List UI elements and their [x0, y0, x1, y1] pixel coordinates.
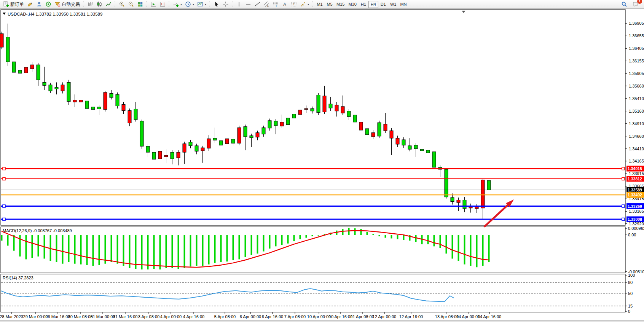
timeframe-button-m5[interactable]: M5: [325, 1, 335, 8]
toolbar-separator: [311, 1, 314, 8]
toolbar-separator: [114, 1, 116, 8]
zoom-in-icon: [119, 1, 125, 7]
toolbar-separator: [82, 1, 85, 8]
svg-text:12 Apr 00:00: 12 Apr 00:00: [373, 314, 396, 319]
svg-text:1.34015: 1.34015: [628, 166, 642, 171]
svg-text:31 Mar 00:00: 31 Mar 00:00: [91, 314, 115, 319]
line-handle[interactable]: [3, 167, 5, 170]
zoom-out-button[interactable]: [126, 0, 135, 8]
svg-text:1.34165: 1.34165: [629, 159, 644, 163]
horizontal-line-button[interactable]: [244, 0, 253, 8]
svg-text:1.35660: 1.35660: [629, 84, 644, 88]
svg-text:30 Mar 08:00: 30 Mar 08:00: [68, 314, 93, 319]
indicators-button[interactable]: ▾: [171, 0, 183, 8]
auto-scroll-button[interactable]: [149, 0, 158, 8]
label-button[interactable]: T: [289, 0, 298, 8]
arrows-icon: [300, 1, 306, 7]
timeframe-button-d1[interactable]: D1: [378, 1, 388, 8]
arrows-button[interactable]: ▾: [298, 0, 311, 8]
search-button[interactable]: [620, 0, 629, 8]
svg-text:4 Apr 00:00: 4 Apr 00:00: [160, 314, 182, 319]
line-handle[interactable]: [622, 218, 625, 221]
pencil-icon: [27, 1, 33, 7]
tile-windows-button[interactable]: [135, 0, 145, 8]
svg-text:E: E: [267, 5, 269, 7]
periodicity-icon: [185, 1, 191, 7]
channel-button[interactable]: E: [262, 0, 271, 8]
price-tag-1.33589: 1.33589: [626, 187, 644, 193]
zoom-out-icon: [128, 1, 134, 7]
line-handle[interactable]: [3, 205, 5, 207]
chart-title: USDCAD-,H4 1.33782 1.33950 1.33581 1.335…: [8, 12, 102, 16]
svg-text:1.36655: 1.36655: [629, 33, 644, 38]
label-icon: T: [291, 1, 297, 7]
macd-panel: [1, 227, 625, 273]
toolbar-separator: [168, 1, 171, 8]
line-handle[interactable]: [622, 167, 625, 170]
line-handle[interactable]: [622, 205, 625, 207]
timeframe-button-m1[interactable]: M1: [315, 1, 325, 8]
svg-text:29 Mar 16:00: 29 Mar 16:00: [46, 314, 70, 319]
vertical-line-button[interactable]: [234, 0, 244, 8]
chart-shift-icon: [159, 1, 166, 7]
crosshair-button[interactable]: [221, 0, 230, 8]
new-order-button[interactable]: 新订单: [2, 0, 26, 8]
time-axis: 28 Mar 202329 Mar 00:0029 Mar 16:0030 Ma…: [0, 312, 501, 319]
svg-text:7 Apr 08:00: 7 Apr 08:00: [284, 314, 306, 319]
svg-text:5 Apr 08:00: 5 Apr 08:00: [214, 314, 236, 319]
tile-windows-icon: [137, 1, 143, 7]
templates-button[interactable]: ▾: [196, 0, 208, 8]
autotrade-button[interactable]: 自动交易: [53, 0, 81, 8]
line-handle[interactable]: [3, 218, 5, 221]
channel-icon: E: [263, 1, 269, 7]
main-toolbar: 新订单自动交易▾▾▾EFAT▾M1M5M15M30H1H4D1W1MN1: [0, 0, 644, 9]
dropdown-caret-icon[interactable]: ▾: [308, 3, 309, 6]
dropdown-caret-icon[interactable]: ▾: [180, 3, 182, 6]
svg-text:1.36905: 1.36905: [629, 21, 644, 26]
timeframe-button-h1[interactable]: H1: [359, 1, 368, 8]
signal-icon: [45, 1, 51, 7]
timeframe-button-m30[interactable]: M30: [346, 1, 358, 8]
svg-text:1.33915: 1.33915: [629, 171, 644, 176]
pencil-button[interactable]: [26, 0, 35, 8]
notification-badge[interactable]: 1: [637, 0, 642, 4]
chart-shift-button[interactable]: [158, 0, 167, 8]
text-button[interactable]: A: [280, 0, 289, 8]
fibonacci-button[interactable]: F: [271, 0, 280, 8]
bar-chart-button[interactable]: [86, 0, 95, 8]
cursor-button[interactable]: [212, 0, 221, 8]
svg-text:1.34660: 1.34660: [629, 134, 644, 139]
templates-icon: [197, 1, 203, 7]
search-icon: [621, 1, 627, 7]
svg-text:15: 15: [628, 304, 633, 308]
svg-text:10 Apr 16:00: 10 Apr 16:00: [329, 314, 352, 319]
svg-text:1.33492: 1.33492: [628, 193, 642, 197]
line-chart-icon: [105, 1, 112, 7]
zoom-in-button[interactable]: [117, 0, 126, 8]
chart-canvas: USDCAD-,H4 1.33782 1.33950 1.33581 1.335…: [0, 9, 644, 322]
new-order-label: 新订单: [10, 1, 24, 8]
periodicity-button[interactable]: ▾: [183, 0, 196, 8]
toolbar-separator: [209, 1, 211, 8]
signal-button[interactable]: [44, 0, 53, 8]
svg-text:1.33165: 1.33165: [629, 209, 644, 214]
svg-text:1.35905: 1.35905: [629, 71, 644, 76]
timeframe-button-w1[interactable]: W1: [388, 1, 399, 8]
line-chart-button[interactable]: [104, 0, 113, 8]
svg-text:0: 0: [628, 309, 630, 314]
line-handle[interactable]: [3, 177, 5, 180]
new-order-icon: [3, 1, 9, 7]
publisher-button[interactable]: [35, 0, 44, 8]
candle-chart-button[interactable]: [95, 0, 104, 8]
timeframe-button-mn[interactable]: MN: [398, 1, 408, 8]
svg-text:3 Apr 08:00: 3 Apr 08:00: [138, 314, 159, 319]
dropdown-caret-icon[interactable]: ▾: [205, 3, 206, 6]
dropdown-caret-icon[interactable]: ▾: [193, 3, 194, 6]
timeframe-button-m15[interactable]: M15: [335, 1, 346, 8]
svg-text:1.36405: 1.36405: [629, 46, 644, 51]
svg-text:12 Apr 16:00: 12 Apr 16:00: [399, 314, 423, 319]
svg-text:1.34910: 1.34910: [629, 121, 644, 126]
line-handle[interactable]: [622, 177, 625, 180]
timeframe-button-h4[interactable]: H4: [368, 1, 378, 8]
trendline-button[interactable]: [253, 0, 262, 8]
